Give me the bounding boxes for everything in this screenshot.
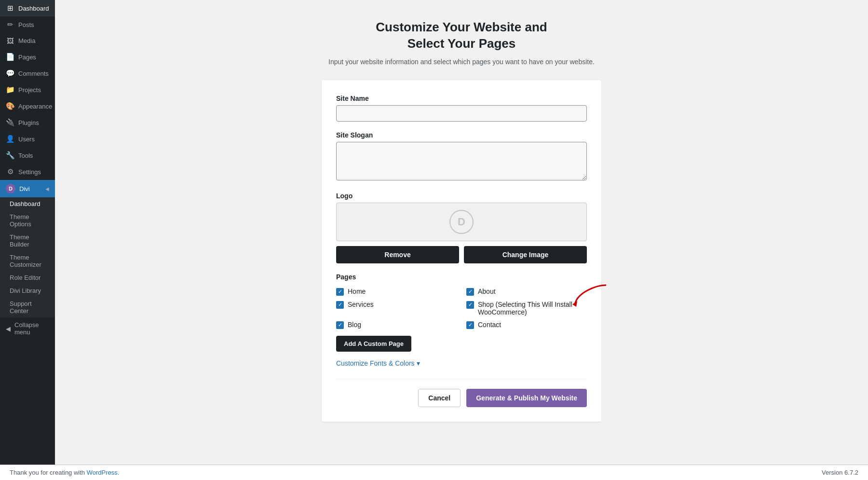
divi-section: D Divi ◀ Dashboard Theme Options Theme B…: [0, 180, 55, 317]
posts-icon: ✏: [6, 20, 14, 29]
logo-label: Logo: [336, 192, 587, 200]
sidebar: ⊞ Dashboard ✏ Posts 🖼 Media 📄 Pages 💬 Co…: [0, 0, 55, 480]
page-checkbox-services[interactable]: [336, 301, 344, 309]
logo-placeholder-icon: D: [449, 210, 474, 234]
logo-group: Logo D Remove Change Image: [336, 192, 587, 263]
divi-submenu-theme-customizer[interactable]: Theme Customizer: [0, 251, 55, 271]
page-checkbox-about[interactable]: [466, 288, 474, 296]
page-label-contact: Contact: [478, 321, 501, 329]
footer-bar: Thank you for creating with WordPress. V…: [0, 465, 868, 480]
logo-buttons: Remove Change Image: [336, 246, 587, 263]
wordpress-link[interactable]: WordPress.: [87, 469, 120, 476]
site-slogan-label: Site Slogan: [336, 131, 587, 139]
collapse-menu-button[interactable]: ◀ Collapse menu: [0, 317, 55, 340]
page-checkbox-home[interactable]: [336, 288, 344, 296]
page-checkbox-blog[interactable]: [336, 321, 344, 329]
page-label-blog: Blog: [348, 321, 361, 329]
divi-submenu-dashboard[interactable]: Dashboard: [0, 197, 55, 210]
page-label-services: Services: [348, 301, 374, 308]
dashboard-icon: ⊞: [6, 4, 14, 13]
form-card: Site Name Site Slogan Logo D Remove Chan…: [322, 80, 601, 422]
sidebar-item-comments[interactable]: 💬 Comments: [0, 65, 55, 82]
main-content: Customize Your Website and Select Your P…: [55, 0, 868, 480]
sidebar-item-media[interactable]: 🖼 Media: [0, 33, 55, 49]
pages-group: Pages Home About: [336, 273, 587, 367]
page-item-services: Services: [336, 301, 457, 316]
site-slogan-group: Site Slogan: [336, 131, 587, 182]
sidebar-item-appearance[interactable]: 🎨 Appearance: [0, 98, 55, 114]
site-slogan-input[interactable]: [336, 142, 587, 180]
sidebar-item-dashboard[interactable]: ⊞ Dashboard: [0, 0, 55, 16]
sidebar-item-plugins[interactable]: 🔌 Plugins: [0, 114, 55, 131]
page-label-home: Home: [348, 288, 366, 295]
settings-icon: ⚙: [6, 167, 14, 176]
customize-fonts-colors-link[interactable]: Customize Fonts & Colors ▾: [336, 359, 587, 367]
page-checkbox-shop[interactable]: [466, 301, 474, 309]
sidebar-item-tools[interactable]: 🔧 Tools: [0, 147, 55, 164]
sidebar-item-pages[interactable]: 📄 Pages: [0, 49, 55, 65]
divi-submenu-divi-library[interactable]: Divi Library: [0, 284, 55, 297]
page-label-shop: Shop (Selecting This Will Install WooCom…: [478, 301, 587, 316]
pages-icon: 📄: [6, 53, 14, 61]
page-item-blog: Blog: [336, 321, 457, 329]
footer-text: Thank you for creating with WordPress.: [10, 469, 119, 476]
pages-grid: Home About Services: [336, 288, 587, 329]
comments-icon: 💬: [6, 69, 14, 78]
collapse-icon: ◀: [6, 325, 11, 332]
about-arrow-annotation: [572, 283, 611, 307]
page-item-shop: Shop (Selecting This Will Install WooCom…: [466, 301, 587, 316]
plugins-icon: 🔌: [6, 118, 14, 127]
page-item-about: About: [466, 288, 587, 296]
media-icon: 🖼: [6, 37, 14, 45]
pages-section-label: Pages: [336, 273, 587, 281]
sidebar-item-projects[interactable]: 📁 Projects: [0, 82, 55, 98]
appearance-icon: 🎨: [6, 102, 14, 110]
sidebar-item-settings[interactable]: ⚙ Settings: [0, 164, 55, 180]
remove-logo-button[interactable]: Remove: [336, 246, 459, 263]
publish-button[interactable]: Generate & Publish My Website: [466, 389, 587, 407]
divi-menu-header[interactable]: D Divi ◀: [0, 180, 55, 197]
site-name-input[interactable]: [336, 105, 587, 122]
divi-submenu-theme-builder[interactable]: Theme Builder: [0, 231, 55, 251]
site-name-group: Site Name: [336, 95, 587, 122]
cancel-button[interactable]: Cancel: [418, 389, 461, 407]
page-subtitle: Input your website information and selec…: [328, 58, 595, 66]
divi-arrow-icon: ◀: [45, 186, 49, 192]
form-footer: Cancel Generate & Publish My Website: [336, 379, 587, 407]
divi-submenu-support-center[interactable]: Support Center: [0, 297, 55, 317]
tools-icon: 🔧: [6, 151, 14, 160]
divi-subnav: Dashboard Theme Options Theme Builder Th…: [0, 197, 55, 317]
customize-link[interactable]: Customize Fonts & Colors ▾: [336, 359, 587, 367]
divi-submenu-role-editor[interactable]: Role Editor: [0, 271, 55, 284]
page-item-home: Home: [336, 288, 457, 296]
site-name-label: Site Name: [336, 95, 587, 102]
page-checkbox-contact[interactable]: [466, 321, 474, 329]
page-label-about: About: [478, 288, 496, 295]
sidebar-item-users[interactable]: 👤 Users: [0, 131, 55, 147]
logo-upload-area[interactable]: D: [336, 203, 587, 241]
change-image-button[interactable]: Change Image: [464, 246, 587, 263]
page-title: Customize Your Website and Select Your P…: [376, 19, 547, 52]
sidebar-item-posts[interactable]: ✏ Posts: [0, 16, 55, 33]
version-text: Version 6.7.2: [822, 469, 858, 476]
divi-submenu-theme-options[interactable]: Theme Options: [0, 210, 55, 231]
page-item-contact: Contact: [466, 321, 587, 329]
add-custom-page-button[interactable]: Add A Custom Page: [336, 336, 411, 352]
divi-logo-icon: D: [6, 184, 15, 193]
projects-icon: 📁: [6, 85, 14, 94]
users-icon: 👤: [6, 135, 14, 143]
